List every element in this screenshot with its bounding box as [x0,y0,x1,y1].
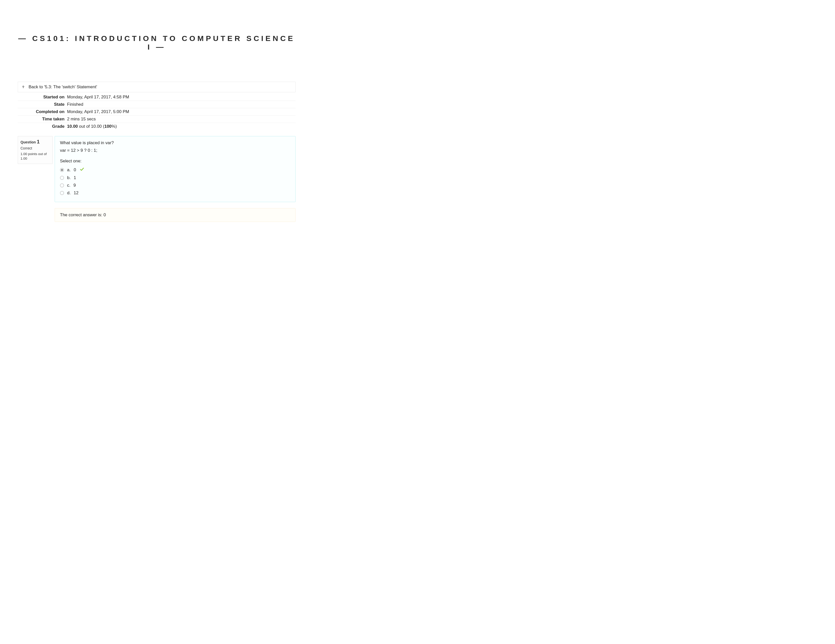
back-link[interactable]: Back to '5.3: The 'switch' Statement' [18,82,296,92]
attempt-summary-table: Started on Monday, April 17, 2017, 4:58 … [18,94,296,130]
option-text: 12 [74,190,78,196]
feedback-box: The correct answer is: 0 [55,208,296,222]
grade-out-of: out of 10.00 ( [78,124,104,129]
back-link-label: Back to '5.3: The 'switch' Statement' [29,84,97,89]
question-points: 1.00 points out of 1.00 [21,152,50,161]
select-one-label: Select one: [60,159,290,164]
time-taken-label: Time taken [18,115,67,123]
option-text: 9 [73,183,76,188]
grade-percent-suffix: %) [112,124,117,129]
radio-icon [60,183,64,187]
table-row: Time taken 2 mins 15 secs [18,115,296,123]
grade-label: Grade [18,123,67,130]
table-row: State Finished [18,101,296,108]
radio-icon [60,168,64,172]
table-row: Grade 10.00 out of 10.00 (100%) [18,123,296,130]
grade-earned: 10.00 [67,124,78,129]
question-label: Question [21,140,36,144]
question-body: What value is placed in var? var = 12 > … [55,136,296,202]
option-d[interactable]: d. 12 [60,189,290,197]
started-on-value: Monday, April 17, 2017, 4:58 PM [67,94,296,101]
option-letter: b. [67,175,71,180]
arrow-up-icon [21,85,25,89]
question-area: Question 1 Correct 1.00 points out of 1.… [18,136,296,222]
radio-icon [60,191,64,195]
question-status: Correct [21,146,50,150]
state-value: Finished [67,101,296,108]
option-letter: c. [67,183,70,188]
table-row: Started on Monday, April 17, 2017, 4:58 … [18,94,296,101]
option-c[interactable]: c. 9 [60,182,290,189]
question-number: 1 [37,139,39,144]
option-a[interactable]: a. 0 [60,165,290,174]
completed-on-label: Completed on [18,108,67,115]
question-prompt: What value is placed in var? [60,140,290,146]
question-meta-box: Question 1 Correct 1.00 points out of 1.… [18,136,53,164]
completed-on-value: Monday, April 17, 2017, 5:00 PM [67,108,296,115]
check-icon [80,167,84,173]
option-text: 0 [74,167,76,172]
grade-percent: 100 [104,124,111,129]
page-title: — CS101: INTRODUCTION TO COMPUTER SCIENC… [18,34,296,51]
option-text: 1 [74,175,76,180]
question-code: var = 12 > 9 ? 0 : 1; [60,148,290,153]
grade-value: 10.00 out of 10.00 (100%) [67,123,296,130]
option-b[interactable]: b. 1 [60,174,290,182]
radio-icon [60,176,64,180]
state-label: State [18,101,67,108]
table-row: Completed on Monday, April 17, 2017, 5:0… [18,108,296,115]
option-letter: a. [67,167,71,172]
time-taken-value: 2 mins 15 secs [67,115,296,123]
started-on-label: Started on [18,94,67,101]
option-letter: d. [67,190,71,196]
